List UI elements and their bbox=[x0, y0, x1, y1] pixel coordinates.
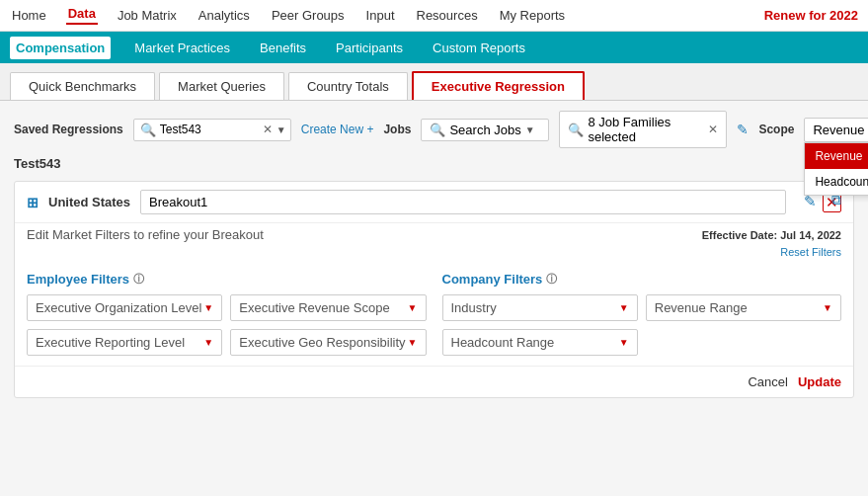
nav-analytics[interactable]: Analytics bbox=[197, 8, 252, 23]
revenue-range-dropdown[interactable]: Revenue Range ▼ bbox=[646, 294, 841, 321]
regression-card: ⊞ United States ✎ ✕ Edit Market Filters … bbox=[14, 181, 854, 398]
company-filters-grid: Industry ▼ Revenue Range ▼ Headcount Ran… bbox=[442, 294, 842, 356]
top-nav-links: Home Data Job Matrix Analytics Peer Grou… bbox=[10, 6, 567, 25]
exec-org-level-arrow: ▼ bbox=[203, 302, 213, 313]
saved-regressions-input[interactable] bbox=[160, 123, 259, 136]
employee-filters-info-icon[interactable]: ⓘ bbox=[133, 272, 144, 287]
sub-nav: Compensation Market Practices Benefits P… bbox=[0, 32, 868, 63]
subnav-custom-reports[interactable]: Custom Reports bbox=[427, 37, 531, 59]
search-jobs-placeholder: Search Jobs bbox=[449, 123, 520, 137]
jobs-chevron-icon[interactable]: ▼ bbox=[525, 124, 535, 135]
exec-revenue-scope-dropdown[interactable]: Executive Revenue Scope ▼ bbox=[230, 294, 426, 321]
search-jobs-icon: 🔍 bbox=[430, 123, 445, 137]
country-label: United States bbox=[48, 195, 130, 209]
employee-filters-section: Employee Filters ⓘ Executive Organizatio… bbox=[27, 272, 427, 356]
exec-org-level-label: Executive Organization Level bbox=[36, 300, 201, 315]
job-families-dropdown[interactable]: 🔍 8 Job Families selected ✕ bbox=[559, 111, 727, 148]
saved-regressions-search[interactable]: 🔍 ✕ ▼ bbox=[133, 119, 291, 141]
nav-resources[interactable]: Resources bbox=[415, 8, 480, 23]
search-icon-2: 🔍 bbox=[568, 123, 584, 137]
edit-scope-icon[interactable]: ✎ bbox=[737, 122, 749, 137]
tab-market-queries[interactable]: Market Queries bbox=[159, 72, 284, 100]
employee-filters-grid: Executive Organization Level ▼ Executive… bbox=[27, 294, 427, 356]
nav-peer-groups[interactable]: Peer Groups bbox=[270, 8, 347, 23]
headcount-range-label: Headcount Range bbox=[451, 335, 555, 350]
headcount-range-dropdown[interactable]: Headcount Range ▼ bbox=[442, 329, 638, 356]
scope-container: Revenue ▲ Revenue Headcount bbox=[804, 118, 868, 142]
market-filters-hint: Edit Market Filters to refine your Break… bbox=[27, 227, 264, 242]
scope-option-headcount[interactable]: Headcount bbox=[805, 169, 868, 195]
exec-geo-responsibility-arrow: ▼ bbox=[408, 337, 418, 348]
subnav-participants[interactable]: Participants bbox=[330, 37, 409, 59]
company-filters-title: Company Filters ⓘ bbox=[442, 272, 842, 287]
top-nav: Home Data Job Matrix Analytics Peer Grou… bbox=[0, 0, 868, 32]
controls-bar: Saved Regressions 🔍 ✕ ▼ Create New + Job… bbox=[14, 111, 854, 148]
exec-reporting-level-arrow: ▼ bbox=[203, 337, 213, 348]
industry-arrow: ▼ bbox=[619, 302, 629, 313]
chevron-down-icon[interactable]: ▼ bbox=[276, 124, 286, 135]
update-button[interactable]: Update bbox=[798, 374, 841, 389]
tab-country-totals[interactable]: Country Totals bbox=[288, 72, 408, 100]
nav-job-matrix[interactable]: Job Matrix bbox=[116, 8, 179, 23]
scope-selected-value: Revenue bbox=[813, 123, 864, 137]
industry-dropdown[interactable]: Industry ▼ bbox=[442, 294, 638, 321]
scope-dropdown-toggle[interactable]: Revenue ▲ bbox=[804, 118, 868, 142]
card-header: ⊞ United States ✎ ✕ bbox=[15, 182, 853, 223]
exec-geo-responsibility-dropdown[interactable]: Executive Geo Responsibility ▼ bbox=[230, 329, 426, 356]
exec-org-level-dropdown[interactable]: Executive Organization Level ▼ bbox=[27, 294, 222, 321]
saved-regressions-label: Saved Regressions bbox=[14, 123, 123, 136]
nav-input[interactable]: Input bbox=[364, 8, 397, 23]
subnav-benefits[interactable]: Benefits bbox=[254, 37, 312, 59]
headcount-range-arrow: ▼ bbox=[619, 337, 629, 348]
nav-home[interactable]: Home bbox=[10, 8, 48, 23]
revenue-range-label: Revenue Range bbox=[655, 300, 748, 315]
company-filters-section: Company Filters ⓘ Industry ▼ Revenue Ran… bbox=[442, 272, 842, 356]
industry-label: Industry bbox=[451, 300, 497, 315]
exec-reporting-level-dropdown[interactable]: Executive Reporting Level ▼ bbox=[27, 329, 222, 356]
jobs-label: Jobs bbox=[383, 123, 411, 136]
tab-quick-benchmarks[interactable]: Quick Benchmarks bbox=[10, 72, 155, 100]
tab-executive-regression[interactable]: Executive Regression bbox=[412, 71, 585, 100]
main-content: Saved Regressions 🔍 ✕ ▼ Create New + Job… bbox=[0, 101, 868, 408]
company-filters-info-icon[interactable]: ⓘ bbox=[546, 272, 557, 287]
clear-search-icon[interactable]: ✕ bbox=[263, 123, 273, 136]
search-jobs-dropdown[interactable]: 🔍 Search Jobs ▼ bbox=[421, 119, 549, 141]
job-families-label: 8 Job Families selected bbox=[588, 115, 704, 144]
regression-name-label: Test543 bbox=[14, 156, 854, 171]
exec-revenue-scope-label: Executive Revenue Scope bbox=[239, 300, 389, 315]
scope-option-revenue[interactable]: Revenue bbox=[805, 143, 868, 169]
subnav-compensation[interactable]: Compensation bbox=[10, 37, 111, 59]
subnav-market-practices[interactable]: Market Practices bbox=[128, 37, 236, 59]
add-country-icon[interactable]: ⊞ bbox=[27, 195, 39, 210]
scope-dropdown-menu: Revenue Headcount bbox=[804, 142, 868, 196]
search-icon: 🔍 bbox=[140, 123, 156, 137]
renew-button[interactable]: Renew for 2022 bbox=[764, 8, 858, 23]
cancel-button[interactable]: Cancel bbox=[748, 374, 787, 389]
card-subheader: Edit Market Filters to refine your Break… bbox=[15, 223, 853, 246]
tabs-bar: Quick Benchmarks Market Queries Country … bbox=[0, 63, 868, 101]
card-footer: Cancel Update bbox=[15, 366, 853, 397]
breakout-input[interactable] bbox=[140, 190, 786, 214]
nav-my-reports[interactable]: My Reports bbox=[498, 8, 567, 23]
clear-job-families-icon[interactable]: ✕ bbox=[708, 123, 718, 136]
reset-filters-button[interactable]: Reset Filters bbox=[780, 246, 841, 258]
exec-reporting-level-label: Executive Reporting Level bbox=[36, 335, 185, 350]
exec-geo-responsibility-label: Executive Geo Responsibility bbox=[239, 335, 405, 350]
create-new-button[interactable]: Create New + bbox=[301, 123, 374, 136]
revenue-range-arrow: ▼ bbox=[823, 302, 832, 313]
nav-data[interactable]: Data bbox=[66, 6, 98, 25]
edit-card-icon[interactable]: ✎ bbox=[804, 193, 817, 212]
employee-filters-title: Employee Filters ⓘ bbox=[27, 272, 427, 287]
exec-revenue-scope-arrow: ▼ bbox=[408, 302, 418, 313]
filters-row: Employee Filters ⓘ Executive Organizatio… bbox=[15, 262, 853, 366]
effective-date-label: Effective Date: Jul 14, 2022 bbox=[702, 229, 841, 241]
scope-label: Scope bbox=[758, 123, 794, 136]
